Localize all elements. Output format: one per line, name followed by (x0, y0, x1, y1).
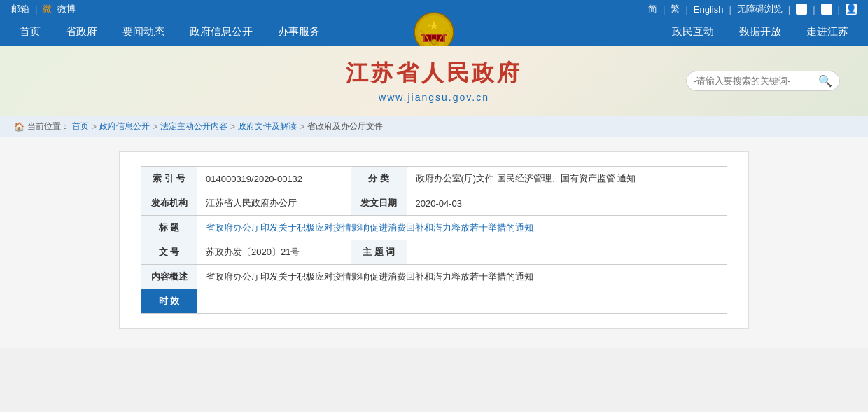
nav-item-gov-info[interactable]: 政府信息公开 (177, 18, 265, 46)
breadcrumb-label: 当前位置： (27, 121, 69, 132)
value-keywords (407, 240, 727, 265)
search-box: 🔍 (686, 71, 840, 91)
value-validity (197, 289, 727, 314)
value-index: 014000319/2020-00132 (197, 167, 351, 191)
search-button[interactable]: 🔍 (818, 74, 832, 88)
breadcrumb-proactive[interactable]: 法定主动公开内容 (160, 121, 227, 132)
english-link[interactable]: English (694, 4, 724, 15)
site-url: www.jiangsu.gov.cn (182, 92, 686, 103)
doc-card: 索 引 号 014000319/2020-00132 分 类 政府办公室(厅)文… (119, 151, 749, 329)
mailbox-link[interactable]: 邮箱 (11, 3, 29, 15)
search-input[interactable] (694, 76, 818, 86)
help-icon[interactable]: ? (796, 4, 807, 15)
label-index: 索 引 号 (141, 167, 197, 191)
main-content: 索 引 号 014000319/2020-00132 分 类 政府办公室(厅)文… (0, 137, 868, 348)
value-summary: 省政府办公厅印发关于积极应对疫情影响促进消费回补和潜力释放若干举措的通知 (197, 265, 727, 289)
nav-item-jiangsu[interactable]: 走进江苏 (794, 18, 861, 46)
nav-item-provincial-govt[interactable]: 省政府 (53, 18, 110, 46)
label-summary: 内容概述 (141, 265, 197, 289)
breadcrumb-bar: 🏠 当前位置： 首页 > 政府信息公开 > 法定主动公开内容 > 政府文件及解读… (0, 116, 868, 137)
traditional-chinese-link[interactable]: 繁 (671, 3, 680, 15)
nav-item-home[interactable]: 首页 (7, 18, 53, 46)
table-row: 发布机构 江苏省人民政府办公厅 发文日期 2020-04-03 (141, 191, 727, 216)
value-date: 2020-04-03 (407, 191, 727, 216)
simple-chinese-link[interactable]: 简 (648, 3, 657, 15)
mobile-icon[interactable]: □ (821, 4, 832, 15)
nav-item-open-data[interactable]: 数据开放 (727, 18, 794, 46)
label-category: 分 类 (351, 167, 407, 191)
table-row: 文 号 苏政办发〔2020〕21号 主 题 词 (141, 240, 727, 265)
nav-bar: 首页 省政府 要闻动态 政府信息公开 办事服务 政民 (0, 18, 868, 46)
table-row: 索 引 号 014000319/2020-00132 分 类 政府办公室(厅)文… (141, 167, 727, 191)
home-icon: 🏠 (14, 122, 24, 132)
breadcrumb-doc-reading[interactable]: 政府文件及解读 (238, 121, 297, 132)
weibo-icon: 微 (43, 3, 52, 15)
label-title: 标 题 (141, 216, 197, 240)
value-publisher: 江苏省人民政府办公厅 (197, 191, 351, 216)
svg-point-14 (431, 39, 437, 45)
info-table: 索 引 号 014000319/2020-00132 分 类 政府办公室(厅)文… (141, 166, 727, 314)
value-doc-number: 苏政办发〔2020〕21号 (197, 240, 351, 265)
label-date: 发文日期 (351, 191, 407, 216)
nav-item-interaction[interactable]: 政民互动 (659, 18, 727, 46)
label-publisher: 发布机构 (141, 191, 197, 216)
label-keywords: 主 题 词 (351, 240, 407, 265)
hero-section: 江苏省人民政府 www.jiangsu.gov.cn 🔍 (0, 46, 868, 116)
breadcrumb-gov-info[interactable]: 政府信息公开 (99, 121, 150, 132)
breadcrumb-current: 省政府及办公厅文件 (307, 121, 383, 132)
value-title: 省政府办公厅印发关于积极应对疫情影响促进消费回补和潜力释放若干举措的通知 (197, 216, 727, 240)
top-bar-left: 邮箱 | 微 微博 (11, 3, 76, 15)
table-row: 时 效 (141, 289, 727, 314)
table-row: 内容概述 省政府办公厅印发关于积极应对疫情影响促进消费回补和潜力释放若干举措的通… (141, 265, 727, 289)
nav-item-news[interactable]: 要闻动态 (110, 18, 177, 46)
breadcrumb-home[interactable]: 首页 (72, 121, 89, 132)
site-title: 江苏省人民政府 (182, 58, 686, 89)
label-doc-number: 文 号 (141, 240, 197, 265)
accessible-link[interactable]: 无障碍浏览 (737, 3, 783, 15)
hero-title-area: 江苏省人民政府 www.jiangsu.gov.cn (182, 58, 686, 103)
user-icon[interactable]: 👤 (846, 4, 857, 15)
weibo-link[interactable]: 微博 (57, 3, 76, 15)
table-row: 标 题 省政府办公厅印发关于积极应对疫情影响促进消费回补和潜力释放若干举措的通知 (141, 216, 727, 240)
top-bar-right: 简 | 繁 | English | 无障碍浏览 | ? | □ | 👤 (648, 3, 857, 15)
label-validity: 时 效 (141, 289, 197, 314)
nav-item-services[interactable]: 办事服务 (265, 18, 332, 46)
value-category: 政府办公室(厅)文件 国民经济管理、国有资产监管 通知 (407, 167, 727, 191)
